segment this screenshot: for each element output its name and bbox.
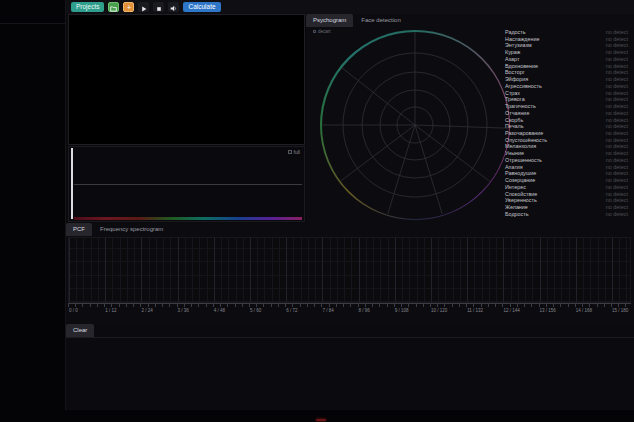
emotion-row: Уныниеno detect xyxy=(505,150,628,157)
emotion-row: Агрессивностьno detect xyxy=(505,83,628,90)
emotion-value: no detect xyxy=(606,29,628,36)
emotion-value: no detect xyxy=(606,157,628,164)
emotion-value: no detect xyxy=(606,177,628,184)
emotion-name: Созерцание xyxy=(505,177,535,184)
emotion-name: Вдохновение xyxy=(505,63,538,70)
emotion-name: Энтузиазм xyxy=(505,42,532,49)
emotion-value: no detect xyxy=(606,117,628,124)
emotion-value: no detect xyxy=(606,137,628,144)
emotion-row: Меланхолияno detect xyxy=(505,143,628,150)
emotion-name: Интерес xyxy=(505,184,526,191)
emotion-row: Куражno detect xyxy=(505,49,628,56)
waveform-color-strip xyxy=(74,217,302,220)
video-preview xyxy=(68,14,305,145)
emotion-value: no detect xyxy=(606,63,628,70)
play-button[interactable] xyxy=(138,2,149,12)
emotion-name: Тревога xyxy=(505,96,525,103)
emotion-value: no detect xyxy=(606,191,628,198)
tick-label: 13 / 156 xyxy=(540,308,556,313)
waveform-baseline xyxy=(74,184,302,185)
folder-icon xyxy=(110,0,117,15)
emotion-value: no detect xyxy=(606,76,628,83)
tick-label: 7 / 84 xyxy=(322,308,333,313)
emotion-value: no detect xyxy=(606,164,628,171)
tick-label: 5 / 60 xyxy=(250,308,261,313)
tick-label: 3 / 36 xyxy=(178,308,189,313)
tick-label: 15 / 180 xyxy=(612,308,628,313)
emotion-value: no detect xyxy=(606,90,628,97)
tab-frequency-spectrogram[interactable]: Frequency spectrogram xyxy=(93,223,170,236)
stop-button[interactable] xyxy=(153,2,164,12)
results-panel: Clear xyxy=(66,324,634,410)
emotion-value: no detect xyxy=(606,143,628,150)
emotion-value: no detect xyxy=(606,110,628,117)
emotion-name: Трагичность xyxy=(505,103,536,110)
projects-button[interactable]: Projects xyxy=(71,2,104,12)
spectrogram-tick-labels: 0 / 01 / 122 / 243 / 364 / 485 / 606 / 7… xyxy=(68,308,631,316)
add-button[interactable]: + xyxy=(123,2,134,12)
spectrogram-panel: PCF Frequency spectrogram 0 / 01 / 122 /… xyxy=(66,223,634,324)
psychogram-radar xyxy=(320,30,510,220)
tick-label: 8 / 96 xyxy=(359,308,370,313)
emotion-name: Радость xyxy=(505,29,526,36)
emotion-value: no detect xyxy=(606,103,628,110)
tab-psychogram[interactable]: Psychogram xyxy=(306,14,353,27)
emotion-name: Страх xyxy=(505,90,520,97)
emotion-value: no detect xyxy=(606,83,628,90)
emotion-row: Бодростьno detect xyxy=(505,211,628,218)
emotion-row: Скорбьno detect xyxy=(505,117,628,124)
emotion-name: Бодрость xyxy=(505,211,529,218)
emotion-name: Кураж xyxy=(505,49,520,56)
tick-label: 2 / 24 xyxy=(141,308,152,313)
emotion-row: Опустошённостьno detect xyxy=(505,137,628,144)
emotion-name: Равнодушие xyxy=(505,170,536,177)
tick-label: 6 / 72 xyxy=(286,308,297,313)
tab-pcf[interactable]: PCF xyxy=(66,223,92,236)
window-footer xyxy=(0,410,634,422)
open-folder-button[interactable] xyxy=(108,2,119,12)
tick-label: 9 / 108 xyxy=(395,308,409,313)
emotion-value: no detect xyxy=(606,130,628,137)
tick-label: 12 / 144 xyxy=(503,308,519,313)
tick-label: 1 / 12 xyxy=(105,308,116,313)
tab-face-detection[interactable]: Face detection xyxy=(354,14,407,27)
emotion-name: Уверенность xyxy=(505,197,537,204)
tick-label: 14 / 168 xyxy=(576,308,592,313)
spectrogram-tick-marks xyxy=(68,304,631,307)
emotion-row: Созерцаниеno detect xyxy=(505,177,628,184)
psychogram-panel: Psychogram Face detection decart xyxy=(306,14,634,223)
full-checkbox[interactable]: full xyxy=(288,149,300,155)
emotion-name: Скорбь xyxy=(505,117,523,124)
emotion-row: Отчаяниеno detect xyxy=(505,110,628,117)
emotion-value: no detect xyxy=(606,170,628,177)
emotion-name: Спокойствие xyxy=(505,191,537,198)
tick-label: 4 / 48 xyxy=(214,308,225,313)
emotion-value: no detect xyxy=(606,184,628,191)
emotion-name: Отрешенность xyxy=(505,157,542,164)
emotion-name: Наслаждение xyxy=(505,36,539,43)
tick-label: 11 / 132 xyxy=(467,308,483,313)
speaker-icon xyxy=(170,0,177,15)
playhead-cursor[interactable] xyxy=(71,148,73,219)
stop-icon xyxy=(156,0,162,15)
emotion-row: Спокойствиеno detect xyxy=(505,191,628,198)
emotion-name: Азарт xyxy=(505,56,519,63)
emotion-value: no detect xyxy=(606,211,628,218)
emotion-value: no detect xyxy=(606,96,628,103)
waveform-panel: full xyxy=(68,146,305,222)
emotion-row: Тревогаno detect xyxy=(505,96,628,103)
emotion-value: no detect xyxy=(606,150,628,157)
clear-button[interactable]: Clear xyxy=(66,324,94,337)
emotion-value: no detect xyxy=(606,56,628,63)
emotion-name: Печаль xyxy=(505,123,523,130)
emotion-row: Уверенностьno detect xyxy=(505,197,628,204)
emotion-value: no detect xyxy=(606,204,628,211)
emotion-value: no detect xyxy=(606,49,628,56)
emotion-row: Вдохновениеno detect xyxy=(505,63,628,70)
emotion-value: no detect xyxy=(606,36,628,43)
emotion-row: Равнодушиеno detect xyxy=(505,170,628,177)
psychogram-tabbar: Psychogram Face detection xyxy=(306,14,634,27)
emotion-name: Агрессивность xyxy=(505,83,542,90)
volume-button[interactable] xyxy=(168,2,179,12)
calculate-button[interactable]: Calculate xyxy=(183,2,220,12)
